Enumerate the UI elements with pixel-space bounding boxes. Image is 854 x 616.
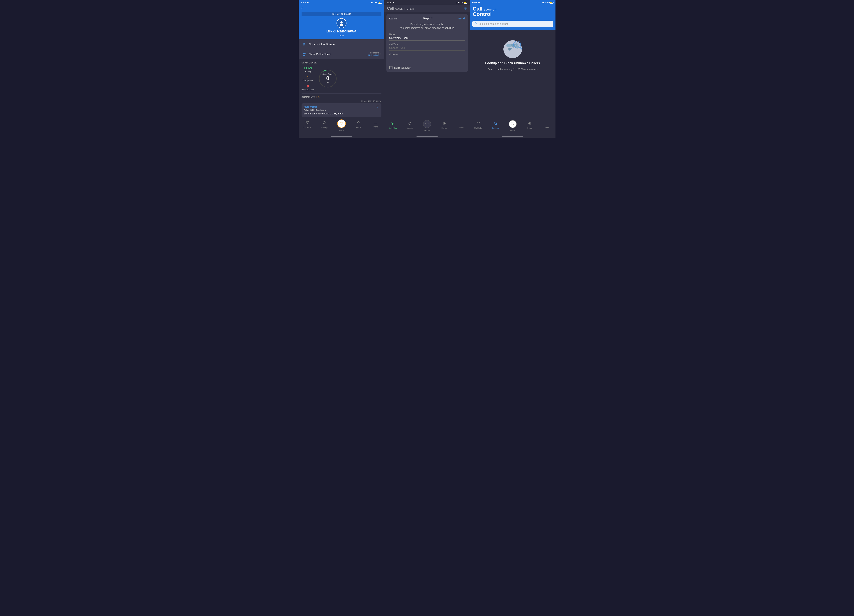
nav-lookup-3[interactable]: Lookup: [487, 122, 504, 132]
screen-lookup: 9:05 ➤ LTE Call LOOK: [470, 0, 555, 138]
nav-call-filter-1[interactable]: Call Filter: [299, 121, 316, 132]
lte-badge-2: LTE: [459, 2, 463, 3]
nav-home-1[interactable]: 🛡 Home: [333, 121, 350, 132]
battery-icon-2: [464, 2, 467, 3]
nav-call-filter-3[interactable]: Call Filter: [470, 122, 487, 132]
search-icon-nav-1: [322, 121, 326, 126]
nav-home-text-3: Home: [527, 127, 532, 129]
home-indicator-3: [502, 136, 523, 137]
nav-home-3[interactable]: 🛡 Home: [504, 122, 521, 132]
status-bar-2: 9:06 ➤ LTE: [384, 0, 470, 5]
nav-call-filter-2[interactable]: Call Filter: [384, 122, 401, 132]
spam-score-pct: %: [327, 81, 329, 84]
nav-more-1[interactable]: ··· More: [367, 121, 384, 132]
comment-field[interactable]: Comment: [389, 53, 465, 63]
screen3-header: Call LOOKUP Control: [470, 5, 555, 19]
modal-title: Report: [423, 17, 433, 20]
battery-icon-3: [549, 2, 553, 3]
nav-lookup-label-2: Lookup: [407, 127, 413, 129]
search-icon-lookup: [474, 22, 477, 26]
nav-home-label-2: Home: [424, 129, 430, 132]
globe-illustration: [501, 37, 524, 58]
blocked-label: Blocked Calls: [302, 88, 314, 91]
lookup-subtitle: LOOKUP: [484, 8, 497, 11]
modal-description: Provide any additional details,this help…: [389, 23, 465, 30]
show-caller-row[interactable]: Show Caller Name No credits ↑ RECHARGE ›: [299, 49, 384, 59]
home-shield-icon-1: 🛡: [340, 122, 343, 126]
block-allow-label: Block or Allow Number: [309, 43, 381, 46]
nav-house-3[interactable]: Home: [521, 122, 538, 132]
dont-ask-row[interactable]: Don't ask again: [389, 66, 465, 69]
search-placeholder-text: Lookup a name or number: [479, 23, 508, 25]
nav-more-2[interactable]: ··· More: [453, 122, 470, 132]
cancel-button[interactable]: Cancel: [389, 17, 398, 20]
svg-line-12: [410, 124, 412, 125]
call-type-input[interactable]: Choose Type: [389, 46, 465, 51]
spam-score-circle: Spam Score 0 %: [318, 69, 337, 88]
lte-badge-1: LTE: [374, 2, 378, 3]
lookup-search-bar[interactable]: Lookup a name or number: [473, 21, 553, 27]
comments-title-text: COMMENTS: [302, 96, 316, 98]
signal-icon-1: [371, 2, 373, 3]
home-indicator-2: [416, 136, 438, 137]
filter-icon-1: [305, 121, 309, 126]
back-button[interactable]: ‹: [302, 6, 303, 11]
spam-title: SPAM LEVEL: [302, 61, 381, 64]
comment-card: Anonymous 🛡 Caller: Bikki Randhawa Bikra…: [302, 103, 381, 117]
spam-level-stat: LOW Activity: [302, 66, 314, 73]
activity-label: Activity: [305, 70, 311, 73]
avatar: [337, 18, 346, 28]
more-icon-3: ···: [545, 122, 548, 126]
svg-line-9: [325, 123, 326, 125]
nav-home-label-1: Home: [339, 129, 344, 132]
svg-point-0: [340, 21, 343, 24]
more-icon-2: ···: [460, 122, 463, 126]
action-rows: ⊕ Block or Allow Number › Show Caller Na…: [299, 40, 384, 59]
nav-home-text-1: Home: [356, 126, 361, 129]
more-icon-1: ···: [374, 121, 377, 125]
complaints-label: Complaints: [303, 79, 313, 82]
location-icon-1: ➤: [307, 1, 309, 4]
house-icon-3: [528, 122, 532, 126]
report-modal: Cancel Report Send Provide any additiona…: [386, 14, 468, 72]
home-circle-2: 🛡: [423, 120, 431, 128]
screen1-header: ‹ +91 98145 85034 Bikki Randhawa India: [299, 5, 384, 40]
nav-house-2[interactable]: Home: [436, 122, 453, 132]
time-1: 9:05: [301, 1, 306, 4]
nav-home-2[interactable]: 🛡 Home: [419, 122, 436, 132]
recharge-link[interactable]: ↑ RECHARGE: [366, 54, 379, 56]
signal-icon-2: [456, 2, 459, 3]
time-3: 9:05: [473, 1, 477, 4]
lookup-main: Lookup and Block Unknown Callers Search …: [470, 30, 555, 78]
filter-icon-2: [391, 122, 395, 126]
name-field: Name University Scam: [389, 33, 465, 41]
chevron-right-icon-2: ›: [380, 52, 381, 56]
block-allow-icon: ⊕: [302, 42, 307, 47]
status-bar-3: 9:05 ➤ LTE: [470, 0, 555, 5]
screen-contact-detail: 9:05 ➤ LTE ‹ +91 98145 85034: [299, 0, 384, 138]
nav-more-label-2: More: [459, 126, 464, 129]
nav-lookup-1[interactable]: Lookup: [316, 121, 333, 132]
name-value[interactable]: University Scam: [389, 37, 465, 41]
battery-icon-1: [378, 2, 382, 3]
complaints-count: 1: [307, 75, 309, 79]
comment-body: Bikram Singh Randhawa GM Hyundai: [304, 112, 379, 115]
send-button[interactable]: Send: [458, 17, 465, 20]
blocked-count: 0: [307, 84, 309, 88]
chevron-right-icon-1: ›: [380, 43, 381, 46]
nav-more-label-1: More: [374, 126, 378, 128]
home-shield-icon-2: 🛡: [425, 122, 429, 126]
nav-lookup-2[interactable]: Lookup: [401, 122, 419, 132]
complaints-stat: 1 Complaints: [302, 75, 314, 82]
house-icon-2: [442, 122, 446, 126]
nav-more-3[interactable]: ··· More: [538, 122, 555, 132]
show-caller-label: Show Caller Name: [309, 53, 366, 56]
svg-marker-7: [306, 122, 309, 124]
dont-ask-label: Don't ask again: [394, 66, 412, 69]
caller-icon: [302, 52, 307, 56]
svg-point-8: [323, 122, 325, 124]
dont-ask-checkbox[interactable]: [389, 66, 392, 69]
block-allow-row[interactable]: ⊕ Block or Allow Number ›: [299, 40, 384, 49]
shield-icon: 🛡: [377, 105, 379, 108]
nav-home-icon-1[interactable]: Home: [350, 121, 367, 132]
